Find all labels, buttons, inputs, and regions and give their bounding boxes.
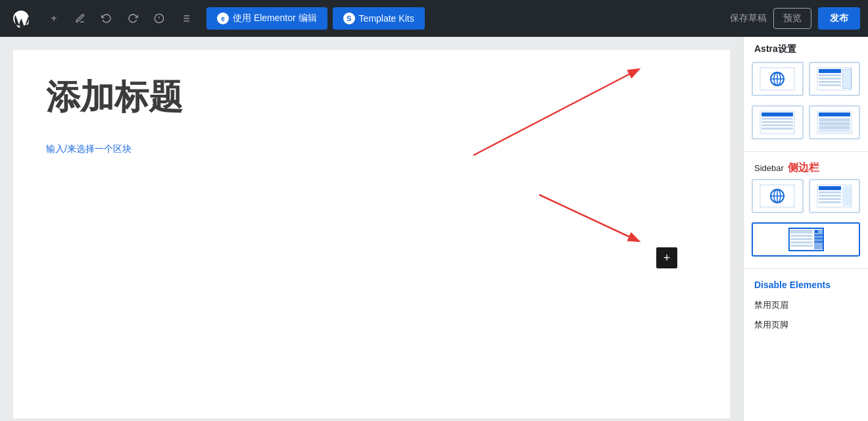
sidebar-layout-right-active[interactable] <box>752 222 860 257</box>
sidebar-layout-options-single <box>744 222 868 266</box>
layout-options-top <box>744 62 868 105</box>
sidebar-divider-2 <box>744 268 868 269</box>
svg-rect-34 <box>819 118 850 121</box>
svg-line-11 <box>539 195 638 241</box>
svg-rect-53 <box>790 241 813 243</box>
sidebar-divider-1 <box>744 151 868 152</box>
svg-rect-27 <box>761 118 793 120</box>
undo-button[interactable] <box>96 8 117 29</box>
block-inserter-text[interactable]: 输入/来选择一个区块 <box>46 143 132 155</box>
sidebar-layout-globe[interactable] <box>752 179 804 213</box>
svg-rect-24 <box>843 70 851 88</box>
svg-rect-54 <box>790 245 813 247</box>
preview-button[interactable]: 预览 <box>773 8 811 29</box>
svg-rect-19 <box>819 74 841 76</box>
post-title[interactable]: 添加标题 <box>46 76 697 117</box>
svg-rect-50 <box>790 230 813 234</box>
svg-rect-35 <box>819 122 850 125</box>
sidebar-scroll-area: Astra设置 <box>744 37 868 335</box>
svg-rect-26 <box>761 112 793 116</box>
add-block-button[interactable]: + <box>656 247 677 268</box>
sidebar-label-text: Sidebar <box>754 163 784 173</box>
pen-tool-button[interactable] <box>70 8 91 29</box>
sidebar-label-cn: 侧边栏 <box>788 161 819 175</box>
template-kits-button[interactable]: S Template Kits <box>333 7 425 30</box>
svg-rect-58 <box>815 237 823 239</box>
svg-rect-45 <box>819 195 841 197</box>
save-draft-button[interactable]: 保存草稿 <box>730 12 767 24</box>
svg-rect-21 <box>819 81 841 83</box>
list-view-button[interactable] <box>175 8 196 29</box>
disable-elements-title: Disable Elements <box>744 272 868 295</box>
disable-footer-item[interactable]: 禁用页脚 <box>744 315 868 335</box>
publish-button[interactable]: 发布 <box>818 7 860 30</box>
editor-area: 添加标题 输入/来选择一个区块 + <box>0 37 743 421</box>
svg-rect-22 <box>819 84 841 86</box>
layout-option-right-content[interactable] <box>809 62 861 96</box>
svg-rect-44 <box>819 191 841 193</box>
svg-rect-36 <box>819 126 850 129</box>
svg-rect-59 <box>815 241 823 243</box>
main-area: 添加标题 输入/来选择一个区块 + <box>0 37 868 421</box>
layout-options-bottom <box>744 105 868 149</box>
svg-rect-32 <box>819 112 850 116</box>
layout-option-header-full[interactable] <box>809 105 861 139</box>
wp-logo <box>8 5 34 32</box>
svg-rect-30 <box>761 128 793 130</box>
svg-rect-52 <box>790 238 813 240</box>
info-button[interactable] <box>149 8 170 29</box>
editor-content: 添加标题 输入/来选择一个区块 + <box>13 50 730 418</box>
toolbar: + e 使用 Elementor 编辑 S Template Kits 保存草稿… <box>0 0 868 37</box>
svg-rect-28 <box>761 121 793 123</box>
disable-header-item[interactable]: 禁用页眉 <box>744 295 868 315</box>
svg-rect-48 <box>842 186 852 206</box>
sidebar-panel: Astra设置 <box>743 37 868 421</box>
elementor-icon: e <box>217 12 229 24</box>
astra-settings-title: Astra设置 <box>744 37 868 62</box>
svg-rect-51 <box>790 235 813 237</box>
redo-button[interactable] <box>122 8 143 29</box>
sidebar-layout-right[interactable] <box>809 179 861 213</box>
svg-rect-20 <box>819 78 841 80</box>
svg-rect-56 <box>815 230 818 233</box>
layout-option-globe[interactable] <box>752 62 804 96</box>
add-block-toolbar-button[interactable]: + <box>43 8 64 29</box>
elementor-edit-button[interactable]: e 使用 Elementor 编辑 <box>206 7 327 30</box>
svg-rect-29 <box>761 124 793 126</box>
toolbar-right-actions: 保存草稿 预览 发布 <box>730 7 860 30</box>
svg-rect-18 <box>819 69 841 73</box>
layout-option-full-content[interactable] <box>752 105 804 139</box>
svg-rect-57 <box>815 234 823 236</box>
svg-rect-47 <box>819 201 841 203</box>
template-kits-icon: S <box>343 12 355 24</box>
svg-rect-43 <box>819 186 841 190</box>
sidebar-layout-options-top <box>744 179 868 222</box>
svg-rect-46 <box>819 198 841 200</box>
